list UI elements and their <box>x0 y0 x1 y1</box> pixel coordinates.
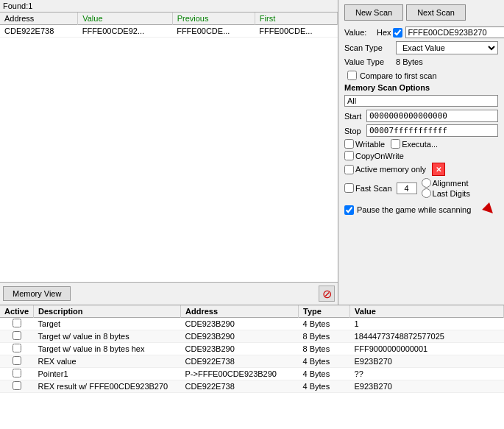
cell-value: ?? <box>350 368 504 380</box>
svg-marker-0 <box>482 202 497 217</box>
scan-type-label: Scan Type <box>344 43 396 52</box>
cell-description: REX result w/ FFFE00CDE923B270 <box>34 380 181 393</box>
found-count: Found:1 <box>3 1 32 10</box>
last-digits-radio-label[interactable]: Last Digits <box>422 188 470 198</box>
list-item[interactable]: REX result w/ FFFE00CDE923B270 CDE922E73… <box>0 380 504 393</box>
list-item[interactable]: Target CDE923B290 4 Bytes 1 <box>0 318 504 330</box>
cell-description: Target w/ value in 8 bytes hex <box>34 343 181 355</box>
col-previous: Previous <box>172 13 255 25</box>
hex-text: Hex <box>377 28 391 37</box>
cell-description: REX value <box>34 355 181 368</box>
cell-type: 8 Bytes <box>299 343 350 355</box>
active-checkbox[interactable] <box>13 381 21 390</box>
alignment-radio-label[interactable]: Alignment <box>422 178 470 188</box>
bottom-buttons: Memory View ⊘ <box>0 282 338 305</box>
list-item[interactable]: Pointer1 P->FFFE00CDE923B290 4 Bytes ?? <box>0 368 504 380</box>
cell-type: 4 Bytes <box>299 318 350 330</box>
cell-description: Target <box>34 318 181 330</box>
arrow-icon <box>480 201 498 219</box>
stop-input[interactable] <box>366 124 498 137</box>
writable-label[interactable]: Writable <box>344 139 385 149</box>
active-memory-checkbox[interactable] <box>344 165 354 174</box>
value-type-value: 8 Bytes <box>396 57 423 66</box>
cell-active[interactable] <box>0 380 34 393</box>
last-digits-radio[interactable] <box>422 188 431 198</box>
next-scan-button[interactable]: Next Scan <box>406 4 466 21</box>
memory-view-button[interactable]: Memory View <box>3 286 71 301</box>
cell-value: FFF9000000000001 <box>350 343 504 355</box>
stop-row: Stop <box>344 124 498 137</box>
writable-checkbox[interactable] <box>344 139 354 149</box>
radio-group: Alignment Last Digits <box>422 178 470 198</box>
cell-active[interactable] <box>0 368 34 380</box>
cell-value: E923B270 <box>350 380 504 393</box>
pause-row: Pause the game while scanning <box>344 201 498 219</box>
copy-on-write-row: CopyOnWrite <box>344 151 498 160</box>
cell-address: CDE923B290 <box>181 318 299 330</box>
fast-scan-checkbox[interactable] <box>344 183 354 193</box>
no-scan-icon[interactable]: ⊘ <box>319 286 335 302</box>
value-type-row: Value Type 8 Bytes <box>344 57 498 66</box>
scan-buttons: New Scan Next Scan <box>344 4 498 21</box>
copy-on-write-checkbox[interactable] <box>344 151 354 160</box>
memory-options: Memory Scan Options Start Stop Writable … <box>344 83 498 219</box>
new-scan-button[interactable]: New Scan <box>344 4 403 21</box>
cell-type: 8 Bytes <box>299 330 350 343</box>
active-checkbox[interactable] <box>13 356 21 365</box>
cell-type: 4 Bytes <box>299 368 350 380</box>
memory-filter-input[interactable] <box>344 95 498 107</box>
results-table[interactable]: Address Value Previous First CDE922E738 … <box>0 13 338 282</box>
active-memory-x-button[interactable]: ✕ <box>432 163 445 176</box>
fast-scan-input[interactable] <box>397 182 417 194</box>
executable-label[interactable]: Executa... <box>391 139 438 149</box>
col-active: Active <box>0 305 34 318</box>
start-label: Start <box>344 112 366 121</box>
executable-checkbox[interactable] <box>391 139 400 149</box>
active-checkbox[interactable] <box>13 319 21 327</box>
hex-checkbox[interactable] <box>393 28 402 38</box>
cell-address: CDE922E738 <box>0 25 78 38</box>
alignment-radio[interactable] <box>422 178 431 188</box>
cell-active[interactable] <box>0 330 34 343</box>
scan-type-select[interactable]: Exact Value <box>396 41 498 54</box>
active-checkbox[interactable] <box>13 369 21 377</box>
cell-active[interactable] <box>0 343 34 355</box>
start-row: Start <box>344 110 498 122</box>
compare-checkbox[interactable] <box>347 71 357 80</box>
col-address: Address <box>0 13 78 25</box>
cell-address: CDE922E738 <box>181 355 299 368</box>
pause-checkbox[interactable] <box>344 205 354 215</box>
fast-scan-label[interactable]: Fast Scan <box>344 183 392 193</box>
cell-address: CDE922E738 <box>181 380 299 393</box>
memory-options-title: Memory Scan Options <box>344 83 498 92</box>
value-row: Value: Hex <box>344 26 498 38</box>
fast-scan-row: Fast Scan Alignment Last Digits <box>344 178 498 198</box>
cell-address: CDE923B290 <box>181 343 299 355</box>
scan-type-row: Scan Type Exact Value <box>344 41 498 54</box>
value-label: Value: <box>344 28 374 37</box>
cell-value: FFFE00CDE92... <box>78 25 172 38</box>
cell-active[interactable] <box>0 318 34 330</box>
list-item[interactable]: Target w/ value in 8 bytes CDE923B290 8 … <box>0 330 504 343</box>
start-input[interactable] <box>366 110 498 122</box>
cell-type: 4 Bytes <box>299 355 350 368</box>
compare-row: Compare to first scan <box>347 71 498 80</box>
found-bar: Found:1 <box>0 0 338 13</box>
list-item[interactable]: REX value CDE922E738 4 Bytes E923B270 <box>0 355 504 368</box>
table-row[interactable]: CDE922E738 FFFE00CDE92... FFFE00CDE... F… <box>0 25 338 38</box>
copy-on-write-label[interactable]: CopyOnWrite <box>344 151 404 160</box>
cell-value: 18444773748872577025 <box>350 330 504 343</box>
cell-active[interactable] <box>0 355 34 368</box>
active-memory-label[interactable]: Active memory only <box>344 165 426 174</box>
active-checkbox[interactable] <box>13 331 21 340</box>
value-input[interactable] <box>405 26 504 38</box>
writable-row: Writable Executa... <box>344 139 498 149</box>
cell-value: 1 <box>350 318 504 330</box>
list-item[interactable]: Target w/ value in 8 bytes hex CDE923B29… <box>0 343 504 355</box>
col-type: Type <box>299 305 350 318</box>
cell-value: E923B270 <box>350 355 504 368</box>
active-checkbox[interactable] <box>13 344 21 352</box>
pause-label: Pause the game while scanning <box>357 205 471 214</box>
col-address: Address <box>181 305 299 318</box>
cell-address: CDE923B290 <box>181 330 299 343</box>
